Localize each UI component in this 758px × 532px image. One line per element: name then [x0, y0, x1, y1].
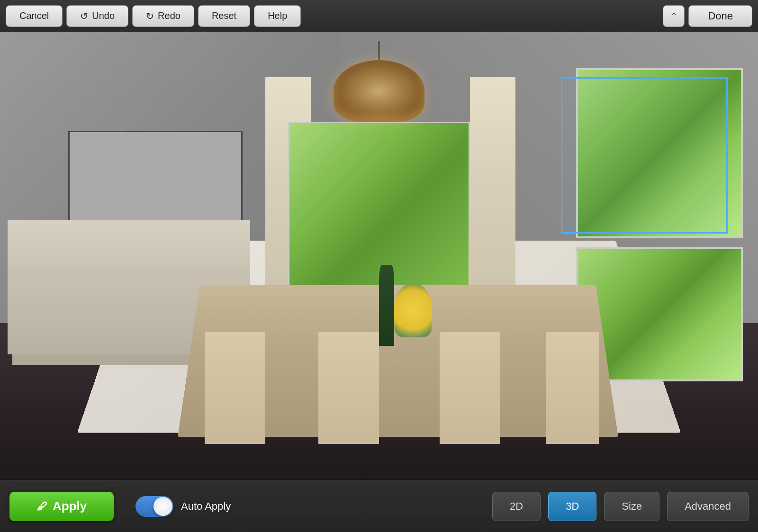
toggle-thumb	[153, 497, 172, 516]
reset-button[interactable]: Reset	[198, 5, 250, 27]
auto-apply-container: Auto Apply	[135, 496, 231, 517]
chair-front-center[interactable]	[318, 332, 379, 444]
top-toolbar: Cancel ↺ Undo ↻ Redo Reset Help ⌃ Done	[0, 0, 758, 32]
size-button[interactable]: Size	[604, 492, 659, 521]
collapse-button[interactable]: ⌃	[663, 5, 685, 27]
chandelier-body	[334, 60, 424, 122]
chevron-up-icon: ⌃	[670, 11, 677, 21]
window-right-upper	[576, 68, 743, 238]
chair-front-right[interactable]	[440, 332, 500, 444]
chandelier-chain	[378, 41, 380, 60]
advanced-button[interactable]: Advanced	[667, 492, 749, 521]
flowers	[394, 283, 432, 336]
redo-icon: ↻	[146, 10, 154, 22]
undo-button[interactable]: ↺ Undo	[66, 5, 128, 27]
apply-button[interactable]: 🖌 Apply	[9, 492, 114, 521]
scene-viewport[interactable]	[0, 32, 758, 480]
redo-button[interactable]: ↻ Redo	[132, 5, 194, 27]
help-button[interactable]: Help	[254, 5, 301, 27]
done-button[interactable]: Done	[688, 5, 752, 27]
paintbrush-icon: 🖌	[36, 500, 47, 513]
scene-background	[0, 32, 758, 480]
cancel-button[interactable]: Cancel	[6, 5, 63, 27]
mode-2d-button[interactable]: 2D	[492, 492, 541, 521]
chair-front-left[interactable]	[205, 332, 265, 444]
mode-3d-button[interactable]: 3D	[548, 492, 596, 521]
auto-apply-toggle[interactable]	[135, 496, 173, 517]
undo-icon: ↺	[80, 10, 88, 22]
chandelier	[334, 41, 424, 198]
chair-far-right[interactable]	[546, 332, 599, 444]
bottom-toolbar: 🖌 Apply Auto Apply 2D 3D Size Advanced	[0, 480, 758, 532]
wine-bottle	[379, 265, 394, 345]
auto-apply-label: Auto Apply	[181, 500, 231, 513]
